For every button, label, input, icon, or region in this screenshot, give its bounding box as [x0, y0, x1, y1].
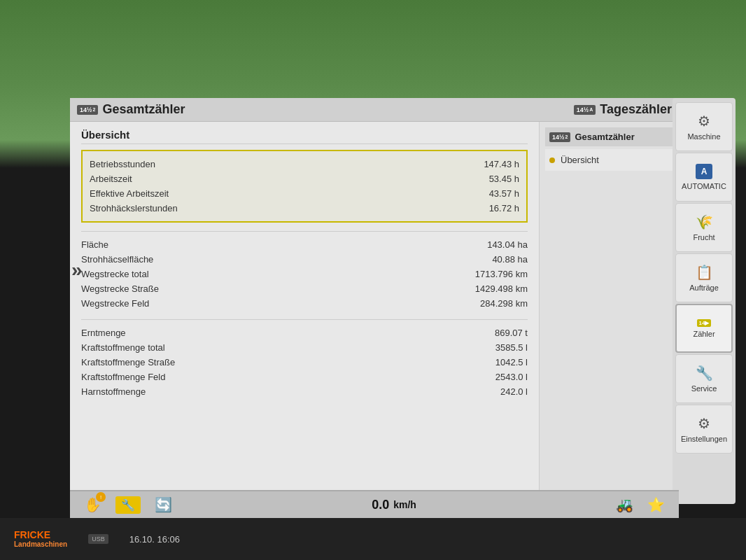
bottom-datetime: 16.10. 16:06	[129, 534, 180, 545]
frucht-icon: 🌾	[696, 214, 713, 230]
zahler-badge-icon: 14▶	[697, 319, 712, 327]
bottom-left-icons: ✋ ! 🔧 🔄	[84, 496, 172, 514]
table-row: Kraftstoffmenge Straße 1042.5 l	[81, 355, 528, 370]
speed-unit: km/h	[393, 499, 416, 510]
left-arrow-button[interactable]: »	[71, 259, 83, 281]
very-bottom-bar: FRICKE Landmaschinen USB 16.10. 16:06	[0, 518, 746, 560]
service-icon-bottom[interactable]: 🔧	[115, 496, 141, 514]
gesamtzahler-badge-header: 14½2 Gesamtzähler	[77, 102, 185, 117]
right-sub-panel: 14½2 Gesamtzähler Übersicht	[539, 122, 679, 504]
tageszahler-badge-icon: 14½A	[574, 105, 596, 115]
sub-panel-badge: 14½2	[549, 132, 570, 142]
sidebar-label-automatic: AUTOMATIC	[682, 182, 726, 190]
table-row: Harnstoffmenge 242.0 l	[81, 384, 528, 399]
sidebar-item-service[interactable]: 🔧 Service	[675, 354, 733, 403]
speed-container: 0.0 km/h	[372, 498, 416, 512]
tageszahler-badge-header: 14½A Tageszähler	[574, 102, 672, 117]
bottom-bar: ✋ ! 🔧 🔄 0.0 km/h 🚜 ⭐	[70, 490, 679, 518]
left-panel: Übersicht Betriebsstunden 147.43 h Arbei…	[70, 122, 539, 504]
gesamtzahler-title: Gesamtzähler	[102, 102, 185, 117]
sidebar-label-zahler: Zähler	[693, 330, 715, 338]
table-row: Wegstrecke total 1713.796 km	[81, 267, 528, 281]
active-dot	[549, 158, 555, 163]
sidebar-item-frucht[interactable]: 🌾 Frucht	[675, 203, 733, 252]
sub-panel-ubersicht-label: Übersicht	[561, 155, 599, 165]
tageszahler-title: Tageszähler	[600, 102, 672, 117]
warning-icon-1: ✋ !	[84, 496, 101, 513]
ernte-section: Erntmenge 869.07 t Kraftstoffmenge total…	[81, 319, 528, 399]
einstellungen-icon: ⚙	[698, 415, 710, 432]
sidebar-label-frucht: Frucht	[693, 233, 715, 241]
ubersicht-title: Übersicht	[81, 129, 528, 144]
table-row: Strohhäcselfläche 40.88 ha	[81, 252, 528, 267]
sub-panel-title: Gesamtzähler	[575, 132, 634, 142]
sidebar-item-auftrage[interactable]: 📋 Aufträge	[675, 253, 733, 302]
highlight-box: Betriebsstunden 147.43 h Arbeitszeit 53.…	[81, 150, 528, 223]
table-row: Effektive Arbeitszeit 43.57 h	[90, 186, 519, 201]
sidebar-label-einstellungen: Einstellungen	[681, 435, 727, 443]
main-screen: 14½2 Gesamtzähler 14½A Tageszähler Übers…	[70, 98, 679, 504]
table-row: Erntmenge 869.07 t	[81, 326, 528, 340]
maschine-icon: ⚙	[698, 113, 710, 130]
sidebar-label-auftrage: Aufträge	[689, 284, 719, 292]
sub-panel-ubersicht[interactable]: Übersicht	[545, 149, 673, 171]
content-area: Übersicht Betriebsstunden 147.43 h Arbei…	[70, 122, 679, 504]
table-row: Kraftstoffmenge total 3585.5 l	[81, 340, 528, 355]
auftrage-icon: 📋	[696, 264, 713, 281]
sidebar-item-maschine[interactable]: ⚙ Maschine	[675, 102, 733, 151]
speed-value: 0.0	[372, 498, 389, 512]
table-row: Fläche 143.04 ha	[81, 237, 528, 252]
usb-indicator: USB	[88, 534, 108, 544]
table-row: Wegstrecke Feld 284.298 km	[81, 296, 528, 311]
table-row: Arbeitszeit 53.45 h	[90, 172, 519, 186]
bottom-right-icons: 🚜 ⭐	[616, 496, 665, 513]
service-icon: 🔧	[696, 365, 713, 382]
table-row: Betriebsstunden 147.43 h	[90, 157, 519, 172]
table-row: Kraftstoffmenge Feld 2543.0 l	[81, 370, 528, 384]
sidebar-item-einstellungen[interactable]: ⚙ Einstellungen	[675, 405, 733, 454]
tractor-icon: 🚜	[616, 496, 633, 513]
automatic-badge: A	[696, 164, 713, 179]
fricke-logo: FRICKE Landmaschinen	[14, 530, 67, 548]
warning-badge-1: !	[96, 492, 106, 502]
sub-panel-header: 14½2 Gesamtzähler	[545, 127, 673, 146]
sidebar-item-automatic[interactable]: A AUTOMATIC	[675, 153, 733, 202]
header-row: 14½2 Gesamtzähler 14½A Tageszähler	[70, 98, 679, 122]
sidebar-label-maschine: Maschine	[687, 132, 720, 141]
flache-section: Fläche 143.04 ha Strohhäcselfläche 40.88…	[81, 231, 528, 311]
table-row: Strohhäckslerstunden 16.72 h	[90, 201, 519, 216]
table-row: Wegstrecke Straße 1429.498 km	[81, 281, 528, 296]
sidebar-label-service: Service	[691, 384, 717, 393]
sidebar-item-zahler[interactable]: 14▶ Zähler	[675, 304, 733, 353]
right-sidebar: ⚙ Maschine A AUTOMATIC 🌾 Frucht 📋 Aufträ…	[673, 98, 736, 504]
drum-icon: 🔄	[155, 496, 172, 513]
star-icon[interactable]: ⭐	[647, 496, 665, 513]
gesamtzahler-badge-icon: 14½2	[77, 105, 98, 115]
